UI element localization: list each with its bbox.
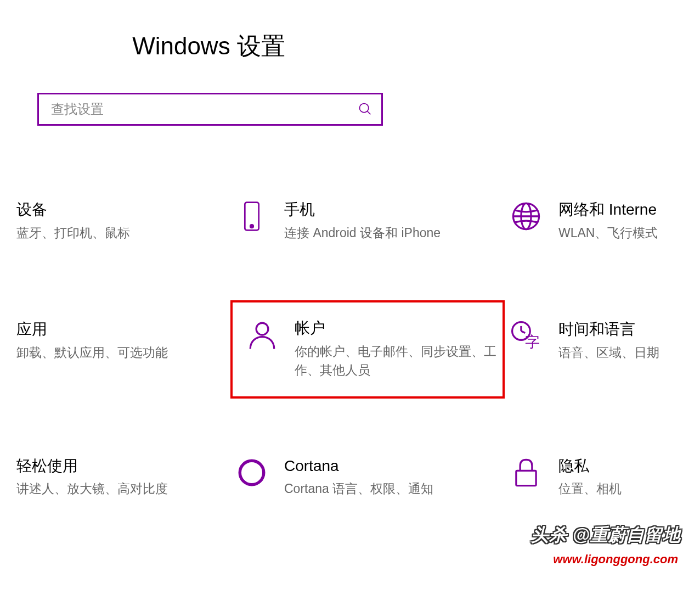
- page-title: Windows 设置: [0, 30, 700, 63]
- category-title: 轻松使用: [16, 457, 225, 475]
- category-desc: 蓝牙、打印机、鼠标: [16, 223, 225, 243]
- svg-rect-13: [516, 470, 536, 485]
- category-time-language[interactable]: 字 时间和语言 语音、区域、日期: [505, 317, 697, 382]
- svg-line-1: [368, 111, 371, 115]
- search-container: [37, 93, 383, 126]
- category-desc: 讲述人、放大镜、高对比度: [16, 479, 225, 498]
- category-title: 应用: [16, 320, 225, 339]
- globe-icon: [510, 200, 542, 232]
- category-desc: 你的帐户、电子邮件、同步设置、工作、其他人员: [295, 342, 497, 380]
- category-desc: 卸载、默认应用、可选功能: [16, 343, 225, 362]
- category-accounts[interactable]: 帐户 你的帐户、电子邮件、同步设置、工作、其他人员: [230, 300, 505, 399]
- svg-point-12: [240, 461, 264, 485]
- header: Windows 设置: [0, 0, 700, 63]
- category-title: 隐私: [558, 457, 691, 475]
- category-desc: WLAN、飞行模式: [558, 223, 691, 243]
- category-devices[interactable]: 设备 蓝牙、打印机、鼠标: [11, 197, 230, 245]
- person-icon: [246, 319, 278, 351]
- category-title: 帐户: [295, 319, 497, 338]
- category-desc: 连接 Android 设备和 iPhone: [284, 223, 499, 243]
- svg-line-10: [521, 331, 525, 333]
- svg-point-3: [250, 225, 253, 227]
- category-network[interactable]: 网络和 Interne WLAN、飞行模式: [505, 197, 697, 245]
- svg-point-0: [360, 104, 369, 113]
- category-ease-of-access[interactable]: 轻松使用 讲述人、放大镜、高对比度: [11, 453, 230, 502]
- category-cortana[interactable]: Cortana Cortana 语言、权限、通知: [230, 453, 505, 502]
- watermark-text-1: 头杀 @重蔚自留地: [531, 523, 681, 547]
- category-row: 应用 卸载、默认应用、可选功能 帐户 你的帐户、电子邮件、同步设置、工作、其他人…: [11, 317, 700, 382]
- category-desc: 语音、区域、日期: [558, 343, 691, 362]
- category-row: 轻松使用 讲述人、放大镜、高对比度 Cortana Cortana 语言、权限、…: [11, 453, 700, 502]
- category-title: Cortana: [284, 457, 499, 475]
- lock-icon: [510, 457, 542, 489]
- svg-point-7: [256, 323, 268, 335]
- category-row: 设备 蓝牙、打印机、鼠标 手机 连接 Android 设备和 iPhone: [11, 197, 700, 245]
- category-phone[interactable]: 手机 连接 Android 设备和 iPhone: [230, 197, 505, 245]
- search-input[interactable]: [37, 93, 383, 126]
- svg-text:字: 字: [525, 334, 540, 350]
- search-icon[interactable]: [358, 102, 373, 117]
- category-desc: Cortana 语言、权限、通知: [284, 479, 499, 498]
- category-privacy[interactable]: 隐私 位置、相机: [505, 453, 697, 502]
- category-desc: 位置、相机: [558, 479, 691, 498]
- watermark-text-2: www.ligonggong.com: [553, 552, 678, 567]
- category-title: 时间和语言: [558, 320, 691, 339]
- category-apps[interactable]: 应用 卸载、默认应用、可选功能: [11, 317, 230, 382]
- category-title: 设备: [16, 200, 225, 219]
- categories-grid: 设备 蓝牙、打印机、鼠标 手机 连接 Android 设备和 iPhone: [0, 197, 700, 502]
- category-title: 手机: [284, 200, 499, 219]
- cortana-icon: [236, 457, 268, 489]
- category-title: 网络和 Interne: [558, 200, 691, 219]
- phone-icon: [236, 200, 268, 232]
- time-language-icon: 字: [510, 320, 542, 352]
